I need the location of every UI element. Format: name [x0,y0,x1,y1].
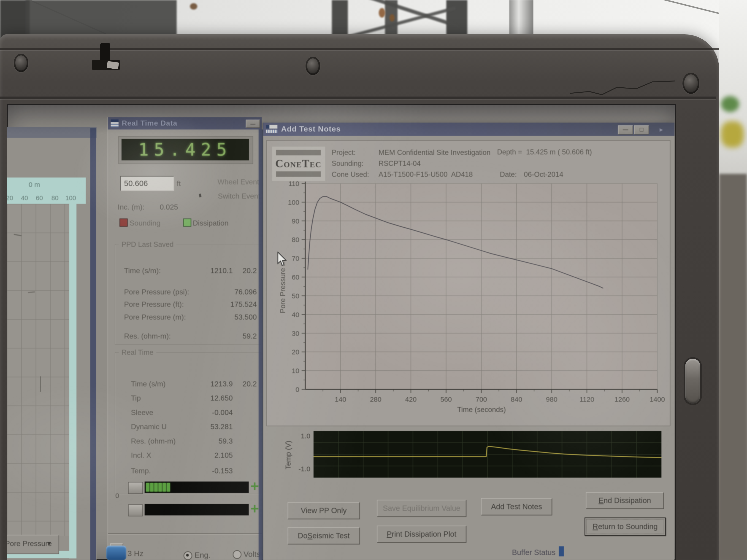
svg-text:140: 140 [335,396,346,403]
gain-segment [166,483,170,491]
buffer-status-indicator [559,546,564,556]
depth-ft-value: 50.606 [124,179,148,188]
svg-text:420: 420 [405,396,416,403]
svg-text:560: 560 [440,396,452,403]
sounding-led [120,218,128,227]
temp-strip-chart-panel [313,431,662,478]
photo-of-laptop-screen: 0 m 20 40 60 80 100 Pore Pressure ▼ [0,0,747,560]
axis-tick-label: 100 [65,194,77,202]
minimize-button[interactable]: — [246,119,260,128]
axis-tick-label: 40 [20,194,29,202]
rust-stain [389,14,394,22]
sounding-trace-mark [40,376,41,392]
axis-tick-label: 20 [7,194,15,202]
ppd-row-value: 53.500 [211,313,257,321]
gain-slider-handle[interactable] [128,482,143,494]
minimize-icon: — [623,126,628,132]
minimize-button[interactable]: — [618,125,633,134]
add-test-notes-titlebar: Add Test Notes — □ ▸ [263,123,674,136]
svg-text:840: 840 [511,396,522,403]
depth-ft-field[interactable]: 50.606 [120,176,174,191]
bezel-screw [14,54,28,72]
svg-text:0: 0 [295,386,299,393]
print-dissipation-plot-button[interactable]: Print Dissipation Plot [377,526,466,542]
toolbar-app-icon[interactable] [106,545,126,560]
gain-segment [150,483,154,491]
real-time-data-window: Real Time Data — 15.425 50.606 ft Wheel … [108,117,262,560]
gain-increase-icon[interactable]: + [250,500,259,517]
channel-dropdown-label: Pore Pressure [7,539,52,548]
rig-brace [345,0,460,28]
rt-row-label: Time (s/m) [131,380,166,388]
rt-row-value: 2.105 [187,451,233,459]
gain-bar [145,482,249,493]
units-volts-radio[interactable] [233,550,241,559]
wheel-event-label: Wheel Event [206,178,259,186]
units-eng-radio[interactable] [184,551,192,560]
real-time-data-titlebar: Real Time Data — [108,117,262,130]
do-seismic-test-button[interactable]: Do Seismic Test [288,527,360,544]
dissipation-panel: ConeTec Project: MEM Confidential Site I… [266,140,670,426]
ppd-row-value: 76.096 [211,288,257,296]
window-menu-arrow-icon[interactable]: ▸ [660,125,663,133]
ppd-row-value: 1210.1 [187,267,233,275]
hard-hat-worker [721,96,739,112]
svg-text:280: 280 [370,396,382,403]
rt-row-value: 12.650 [187,394,233,402]
real-time-group-title: Real Time [119,348,156,357]
radio-selected-dot [186,554,189,557]
ppd-row-value: 175.524 [211,300,257,309]
window-title: Add Test Notes [281,125,341,133]
bezel-side-button [685,359,700,403]
temp-y-max-label: 1.0 [295,432,310,440]
window-edge [90,128,96,560]
sounding-plot-window: 0 m 20 40 60 80 100 Pore Pressure ▼ [7,127,97,560]
dissipation-led [183,218,191,227]
svg-text:980: 980 [546,396,558,403]
mouse-cursor [276,251,291,268]
end-dissipation-button[interactable]: End Dissipation [586,492,664,509]
gain-slider-handle[interactable] [128,504,143,516]
maximize-button[interactable]: □ [634,125,649,134]
return-to-sounding-button[interactable]: Return to Sounding [585,517,666,536]
gain-segment [162,483,166,491]
units-eng-label: Eng. [195,551,210,560]
save-equilibrium-value-button[interactable]: Save Equilibrium Value [377,500,466,517]
add-test-notes-button[interactable]: Add Test Notes [481,498,552,515]
svg-text:90: 90 [292,217,299,225]
svg-text:70: 70 [292,255,299,262]
rt-row-value2: 20.2 [233,380,257,388]
svg-text:1120: 1120 [579,396,594,403]
temp-y-min-label: -1.0 [293,465,310,473]
separator [108,533,262,534]
depth-axis-header: 0 m 20 40 60 80 100 [7,178,86,204]
svg-text:20: 20 [292,348,299,356]
view-pp-only-button[interactable]: View PP Only [288,502,360,519]
laptop-screen: 0 m 20 40 60 80 100 Pore Pressure ▼ [7,104,676,560]
temp-axis-title: Temp (V) [284,423,292,487]
x-axis-title: Time (seconds) [436,406,527,414]
svg-text:700: 700 [475,396,487,403]
gain-segment [146,483,150,491]
app-icon[interactable] [266,125,277,134]
chevron-down-icon[interactable]: ▼ [46,540,52,547]
gain-increase-icon[interactable]: + [250,478,259,495]
channel-dropdown[interactable]: Pore Pressure ▼ [7,535,59,554]
gain-bar [145,504,249,515]
svg-text:110: 110 [288,180,299,187]
depth-ft-unit: ft [177,179,181,188]
add-test-notes-window: Add Test Notes — □ ▸ ConeTec [263,123,674,560]
rt-row-label: Incl. X [131,451,151,459]
ppd-row-label: Time (s/m): [124,267,161,275]
app-icon[interactable] [111,119,119,127]
svg-text:100: 100 [288,198,299,206]
rate-label: 3 Hz [127,549,144,558]
background-blur [719,174,747,560]
axis-tick-label: 60 [34,194,44,202]
gain-segment [154,483,158,491]
svg-text:1260: 1260 [615,396,630,403]
rt-row-value: 59.3 [187,437,233,445]
safety-vest [721,121,744,148]
svg-text:50: 50 [292,292,299,300]
svg-text:30: 30 [292,330,299,337]
